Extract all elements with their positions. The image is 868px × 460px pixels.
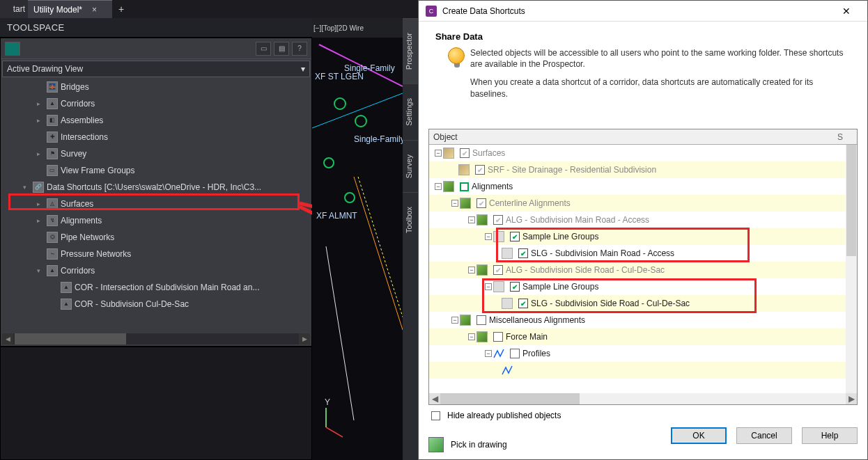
checkbox-checked[interactable]: ✔ [518, 299, 528, 308]
tree-misc[interactable]: Miscellaneous Alignments [489, 315, 585, 325]
expand-icon[interactable]: ▸ [37, 100, 44, 107]
tab-label: Utility Model* [33, 5, 82, 15]
tree-centerline[interactable]: Centerline Alignments [489, 198, 571, 208]
vertical-scrollbar[interactable] [846, 145, 857, 393]
surface-item-icon [458, 164, 470, 175]
tree-item-assemblies[interactable]: Assemblies [61, 116, 103, 125]
tree-item-pressure-networks[interactable]: Pressure Networks [61, 249, 131, 259]
tree-item-survey[interactable]: Survey [61, 149, 86, 159]
ok-button[interactable]: OK [671, 427, 727, 444]
collapse-icon[interactable]: − [485, 233, 492, 240]
toolbar-button-1[interactable]: ▭ [256, 42, 271, 56]
collapse-icon[interactable]: ▾ [23, 184, 30, 191]
expand-icon[interactable]: ▸ [37, 217, 44, 224]
expand-icon[interactable]: ▸ [37, 200, 44, 207]
scroll-thumb[interactable] [440, 393, 580, 404]
checkbox-checked[interactable]: ✔ [518, 248, 528, 258]
drawing-canvas[interactable]: [−][Top][2D Wire XF ST LGEN Single-Famil… [312, 18, 418, 460]
tab-active-document[interactable]: Utility Model* × [28, 0, 112, 18]
collapse-icon[interactable]: − [485, 350, 492, 357]
checkbox-empty[interactable] [493, 332, 503, 342]
tree-item-corridors-2[interactable]: Corridors [61, 266, 95, 276]
scroll-left-icon[interactable]: ◀ [429, 393, 440, 404]
checkbox[interactable]: ✔ [475, 165, 485, 175]
checkbox-empty[interactable] [510, 349, 520, 358]
collapse-icon[interactable]: − [435, 183, 442, 190]
pick-in-drawing-icon[interactable] [428, 437, 444, 452]
expand-icon[interactable]: ▸ [37, 150, 44, 157]
collapse-icon[interactable]: − [435, 150, 442, 157]
toolbar-help-button[interactable]: ? [292, 42, 307, 56]
tree-item-data-shortcuts[interactable]: Data Shortcuts [C:\Users\swalz\OneDrive … [47, 182, 261, 192]
dialog-close-button[interactable]: ✕ [832, 6, 860, 17]
tab-start[interactable]: tart [0, 0, 28, 18]
tree-item-cor2[interactable]: COR - Subdivision Cul-De-Sac [75, 299, 189, 309]
collapse-icon[interactable]: − [468, 216, 475, 223]
tree-alignments[interactable]: Alignments [472, 182, 513, 191]
tree-slg2[interactable]: SLG - Subdivision Side Road - Cul-De-Sac [531, 299, 690, 308]
assemblies-icon: ◧ [47, 115, 58, 126]
side-tab-settings[interactable]: Settings [403, 84, 418, 140]
view-combo[interactable]: Active Drawing View ▾ [2, 61, 310, 77]
cancel-button[interactable]: Cancel [736, 427, 792, 444]
tree-item-surfaces[interactable]: Surfaces [61, 199, 93, 209]
dialog-bottom-bar: Hide already published objects Pick in d… [428, 411, 858, 452]
collapse-icon[interactable]: − [468, 333, 475, 340]
side-tab-strip: Prospector Settings Survey Toolbox [403, 18, 418, 460]
side-tab-toolbox[interactable]: Toolbox [403, 192, 418, 247]
toolspace-tree[interactable]: 🌉Bridges ▸▲Corridors ▸◧Assemblies ✚Inter… [2, 79, 310, 332]
tree-item-alignments[interactable]: Alignments [61, 216, 102, 225]
tree-srf[interactable]: SRF - Site Drainage - Residential Subdiv… [488, 165, 656, 175]
tree-item-vfg[interactable]: View Frame Groups [61, 166, 134, 175]
tree-slg-h-1[interactable]: Sample Line Groups [522, 232, 598, 241]
tree-surfaces[interactable]: Surfaces [472, 148, 505, 158]
tree-column-header[interactable]: Object S [429, 129, 857, 145]
collapse-icon[interactable]: − [468, 267, 475, 273]
scroll-right-icon[interactable]: ▶ [299, 333, 310, 344]
tree-slg1[interactable]: SLG - Subdivision Main Road - Access [531, 248, 674, 258]
collapse-icon[interactable]: ▾ [37, 267, 44, 274]
collapse-icon[interactable]: − [451, 317, 458, 324]
horizontal-scrollbar[interactable]: ◀ ▶ [2, 333, 310, 344]
collapse-icon[interactable]: − [485, 283, 492, 290]
checkbox-checked[interactable]: ✔ [510, 282, 520, 292]
view-label[interactable]: [−][Top][2D Wire [313, 24, 364, 32]
side-tab-survey[interactable]: Survey [403, 140, 418, 192]
tree-alg2[interactable]: ALG - Subdivision Side Road - Cul-De-Sac [506, 265, 665, 275]
corridor-item-icon: ▲ [61, 299, 72, 310]
checkbox[interactable]: ✔ [460, 148, 470, 158]
hide-published-checkbox[interactable] [431, 411, 440, 420]
checkbox[interactable]: ✔ [476, 198, 486, 208]
toolspace-home-button[interactable] [5, 42, 20, 56]
side-tab-prospector[interactable]: Prospector [403, 18, 418, 84]
toolbar-button-2[interactable]: ▤ [274, 42, 289, 56]
scroll-thumb[interactable] [846, 145, 856, 256]
checkbox[interactable]: ✔ [493, 265, 503, 275]
scroll-right-icon[interactable]: ▶ [846, 393, 857, 404]
expand-icon[interactable]: ▸ [37, 117, 44, 124]
collapse-icon[interactable]: − [451, 200, 458, 207]
horizontal-scrollbar[interactable]: ◀ ▶ [429, 393, 857, 404]
checkbox-partial[interactable] [460, 182, 469, 191]
tree-item-pipe-networks[interactable]: Pipe Networks [61, 232, 114, 242]
tree-item-corridors[interactable]: Corridors [61, 99, 95, 109]
help-button[interactable]: Help [802, 427, 858, 444]
tree-profiles[interactable]: Profiles [522, 349, 550, 358]
svg-line-5 [354, 177, 403, 330]
scroll-left-icon[interactable]: ◀ [2, 333, 13, 344]
tree-item-cor1[interactable]: COR - Intersection of Subdivision Main R… [75, 283, 259, 292]
close-icon[interactable]: × [92, 5, 97, 15]
slg-item-icon [502, 248, 513, 259]
object-tree[interactable]: −✔Surfaces ✔SRF - Site Drainage - Reside… [429, 145, 857, 393]
scroll-thumb[interactable] [15, 333, 126, 344]
tree-alg1[interactable]: ALG - Subdivision Main Road - Access [506, 215, 649, 225]
tree-item-intersections[interactable]: Intersections [61, 132, 108, 142]
checkbox-empty[interactable] [476, 315, 486, 325]
tree-item-bridges[interactable]: Bridges [61, 82, 89, 92]
checkbox[interactable]: ✔ [493, 215, 503, 225]
tree-slg-h-2[interactable]: Sample Line Groups [522, 282, 598, 292]
dialog-titlebar: C Create Data Shortcuts ✕ [419, 1, 867, 22]
checkbox-checked[interactable]: ✔ [510, 232, 520, 241]
tree-force-main[interactable]: Force Main [506, 332, 548, 342]
new-tab-button[interactable]: + [112, 3, 130, 15]
